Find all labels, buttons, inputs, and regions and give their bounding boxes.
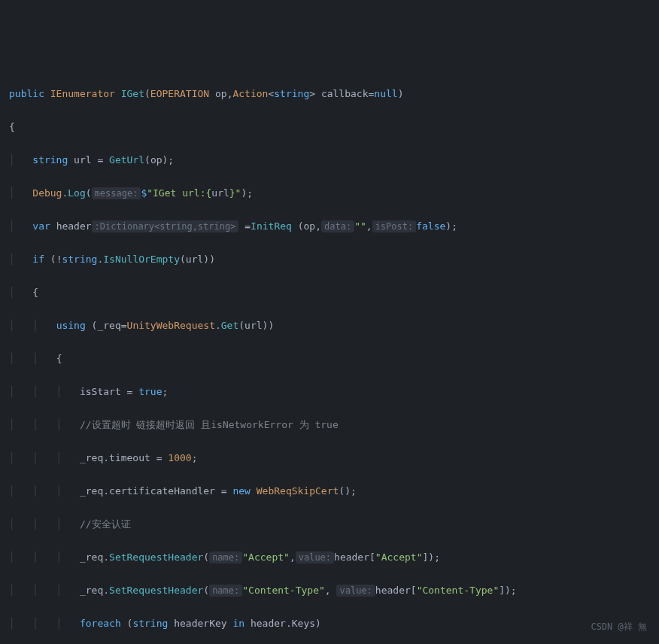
code-line: │ │ │ _req.certificateHandler = new WebR… <box>9 483 650 500</box>
inlay-hint: :Dictionary<string,string> <box>92 220 239 232</box>
code-line: │ │ { <box>9 351 650 367</box>
code-line: │ │ │ foreach (string headerKey in heade… <box>9 615 650 632</box>
code-line: │ { <box>9 284 650 301</box>
code-line: │ var header:Dictionary<string,string> =… <box>9 218 650 235</box>
code-line: │ │ │ _req.timeout = 1000; <box>9 450 650 466</box>
watermark: CSDN @祥 無 <box>591 618 647 635</box>
inlay-hint: data: <box>321 220 354 232</box>
inlay-hint: isPost: <box>372 220 417 232</box>
code-editor[interactable]: public IEnumerator IGet(EOPERATION op,Ac… <box>9 69 650 644</box>
code-line: │ │ using (_req=UnityWebRequest.Get(url)… <box>9 317 650 334</box>
code-line: │ │ │ //安全认证 <box>9 516 650 533</box>
inlay-hint: name: <box>209 551 242 564</box>
inlay-hint: value: <box>296 551 334 564</box>
code-line: │ Debug.Log(message:$"IGet url:{url}"); <box>9 185 650 202</box>
code-line: │ if (!string.IsNullOrEmpty(url)) <box>9 251 650 268</box>
inlay-hint: value: <box>336 585 375 597</box>
code-line: │ │ │ _req.SetRequestHeader(name:"Accept… <box>9 549 650 566</box>
comment: //安全认证 <box>80 518 131 530</box>
inlay-hint: name: <box>209 585 242 597</box>
code-line: │ string url = GetUrl(op); <box>9 152 650 169</box>
inlay-hint: message: <box>92 187 141 199</box>
code-line: { <box>9 119 650 135</box>
code-line: │ │ │ //设置超时 链接超时返回 且isNetworkError 为 tr… <box>9 417 650 433</box>
code-line: │ │ │ isStart = true; <box>9 384 650 400</box>
code-line: public IEnumerator IGet(EOPERATION op,Ac… <box>9 86 650 102</box>
comment: //设置超时 链接超时返回 且isNetworkError 为 true <box>80 419 339 430</box>
code-line: │ │ │ _req.SetRequestHeader(name:"Conten… <box>9 582 650 599</box>
